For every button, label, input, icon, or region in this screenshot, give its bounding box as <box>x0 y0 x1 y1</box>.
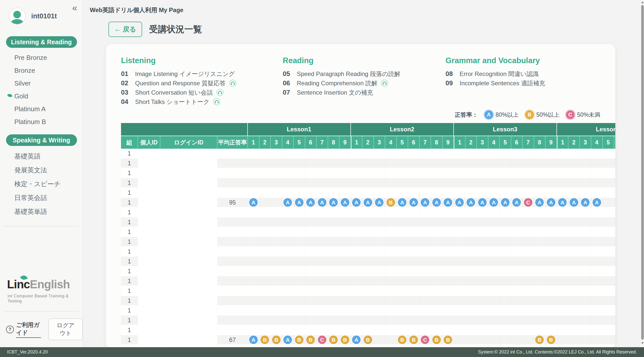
score-cell: B <box>328 335 340 344</box>
score-cell <box>385 335 397 344</box>
kumi-cell: 1 <box>121 335 138 344</box>
column-header-number: 4 <box>591 136 603 149</box>
score-cell <box>454 257 465 266</box>
score-badge-B: B <box>364 336 372 344</box>
score-cell <box>316 227 328 236</box>
score-cell <box>282 286 294 295</box>
score-cell <box>500 208 511 217</box>
score-badge-A: A <box>593 198 601 207</box>
score-cell <box>431 325 442 335</box>
score-cell: A <box>591 198 603 207</box>
score-cell <box>351 286 363 295</box>
kumi-cell: 1 <box>121 188 138 197</box>
scrollbar-down-arrow-icon[interactable] <box>641 342 644 344</box>
copyright-text: System:© 2022 int Co., Ltd. Contents:©20… <box>478 349 637 355</box>
score-cell <box>511 158 523 168</box>
personal-id-cell <box>138 276 160 286</box>
score-cell <box>316 237 328 246</box>
course-section: Reading05Speed Paragraph Reading 段落の読解06… <box>283 56 446 106</box>
score-cell <box>271 345 282 347</box>
sidebar-section-pill[interactable]: Speaking & Writing <box>6 134 77 146</box>
score-cell <box>408 149 420 158</box>
score-cell <box>374 168 385 178</box>
score-cell <box>420 158 431 168</box>
sidebar-item[interactable]: Bronze <box>0 64 83 77</box>
sidebar-item[interactable]: Pre Bronze <box>0 51 83 64</box>
score-cell <box>580 237 591 246</box>
score-cell <box>305 227 317 236</box>
table-row: 1 <box>121 266 615 276</box>
score-cell <box>477 168 488 178</box>
back-button[interactable]: ← 戻る <box>108 22 142 37</box>
sidebar-item[interactable]: Gold <box>0 90 83 103</box>
login-id-cell <box>160 296 217 305</box>
score-cell <box>248 257 259 266</box>
score-cell <box>374 286 385 295</box>
sidebar-item[interactable]: Platinum A <box>0 103 83 115</box>
score-cell <box>385 345 397 347</box>
headphones-icon[interactable] <box>213 98 220 105</box>
score-cell <box>477 237 488 246</box>
score-cell <box>557 266 569 276</box>
score-cell <box>557 257 569 266</box>
headphones-icon[interactable] <box>229 80 236 87</box>
sidebar-item[interactable]: 基礎英語 <box>0 149 83 163</box>
personal-id-cell <box>138 208 160 217</box>
sidebar-item[interactable]: Silver <box>0 77 83 90</box>
sidebar-item[interactable]: 日常英会話 <box>0 191 83 205</box>
score-cell <box>328 227 340 236</box>
sidebar-item[interactable]: 検定・スピーチ <box>0 177 83 191</box>
score-cell <box>259 276 271 286</box>
usage-guide-link[interactable]: ? ご利用ガイド <box>6 321 41 338</box>
sidebar-item[interactable]: 発展英文法 <box>0 163 83 177</box>
headphones-icon[interactable] <box>216 89 224 96</box>
score-cell <box>500 345 511 347</box>
score-cell <box>477 158 488 168</box>
score-badge-C: C <box>524 198 532 207</box>
score-cell <box>603 286 614 295</box>
sidebar-section-pill[interactable]: Listening & Reading <box>6 36 77 48</box>
score-cell <box>282 158 294 168</box>
score-cell: B <box>294 335 305 344</box>
column-header-number: 4 <box>385 136 397 149</box>
score-cell <box>305 247 317 256</box>
score-cell <box>362 276 374 286</box>
score-cell <box>442 345 454 347</box>
score-cell <box>374 345 385 347</box>
score-cell <box>397 237 408 246</box>
score-cell <box>580 168 591 178</box>
scrollbar-thumb[interactable] <box>641 5 644 340</box>
score-cell <box>568 188 580 197</box>
score-cell <box>603 198 614 207</box>
column-header-number: 4 <box>488 136 500 149</box>
score-cell <box>580 217 591 227</box>
sidebar-collapse-icon[interactable]: « <box>72 4 77 13</box>
score-cell <box>477 227 488 236</box>
score-cell <box>500 325 511 335</box>
score-cell <box>454 149 465 158</box>
column-header-number: 9 <box>545 136 557 149</box>
course-section: Grammar and Vocabulary08Error Recognitio… <box>446 56 586 106</box>
table-row: 1 <box>121 315 615 325</box>
headphones-icon[interactable] <box>381 80 388 87</box>
kumi-cell: 1 <box>121 178 138 187</box>
score-cell <box>488 168 500 178</box>
score-cell <box>568 345 580 347</box>
score-cell <box>591 257 603 266</box>
score-cell <box>568 168 580 178</box>
sidebar-item[interactable]: 基礎英単語 <box>0 205 83 219</box>
score-cell <box>305 315 317 325</box>
score-cell <box>465 335 477 344</box>
login-id-cell <box>160 247 217 256</box>
score-cell <box>454 276 465 286</box>
average-rate-cell <box>217 296 248 305</box>
score-cell <box>362 208 374 217</box>
sidebar-item[interactable]: Platinum B <box>0 115 83 128</box>
vertical-scrollbar[interactable] <box>641 0 644 347</box>
score-cell <box>362 325 374 335</box>
score-cell: B <box>271 335 282 344</box>
scrollbar-up-arrow-icon[interactable] <box>641 1 644 3</box>
logout-button[interactable]: ログアウト <box>49 319 83 340</box>
score-cell <box>420 188 431 197</box>
score-cell <box>442 286 454 295</box>
